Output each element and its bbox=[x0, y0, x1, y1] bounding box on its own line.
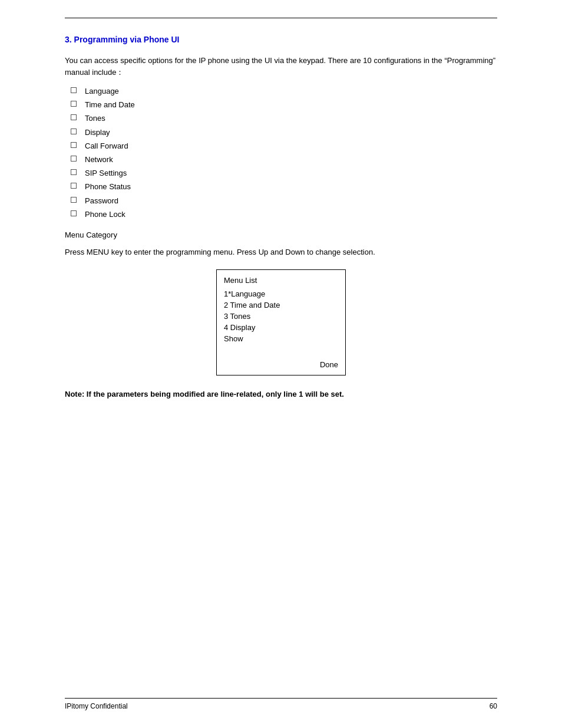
list-item: Password bbox=[71, 196, 497, 206]
menu-box-item: 4 Display bbox=[224, 323, 338, 332]
checkbox-icon bbox=[71, 114, 77, 120]
menu-box: Menu List 1*Language2 Time and Date3 Ton… bbox=[216, 269, 346, 375]
list-item-label: Time and Date bbox=[85, 100, 135, 110]
list-item: Time and Date bbox=[71, 100, 497, 110]
checkbox-icon bbox=[71, 156, 77, 162]
menu-box-done: Done bbox=[320, 360, 338, 369]
checkbox-icon bbox=[71, 210, 77, 216]
menu-box-items: 1*Language2 Time and Date3 Tones4 Displa… bbox=[224, 289, 338, 343]
list-item-label: Password bbox=[85, 196, 118, 206]
menu-box-item: Show bbox=[224, 334, 338, 343]
footer-left: IPitomy Confidential bbox=[65, 702, 128, 710]
menu-category-heading: Menu Category bbox=[65, 230, 497, 239]
menu-box-wrapper: Menu List 1*Language2 Time and Date3 Ton… bbox=[65, 269, 497, 375]
list-item: Tones bbox=[71, 113, 497, 124]
menu-box-item: 2 Time and Date bbox=[224, 301, 338, 309]
checkbox-icon bbox=[71, 87, 77, 93]
list-item-label: SIP Settings bbox=[85, 168, 127, 179]
top-divider bbox=[65, 18, 497, 18]
bottom-divider bbox=[65, 698, 497, 699]
menu-box-item: 3 Tones bbox=[224, 312, 338, 321]
list-item-label: Display bbox=[85, 127, 110, 138]
list-item-label: Phone Status bbox=[85, 182, 131, 192]
checkbox-icon bbox=[71, 183, 77, 189]
list-item-label: Phone Lock bbox=[85, 209, 125, 220]
note-text: Note: If the parameters being modified a… bbox=[65, 390, 497, 398]
checkbox-icon bbox=[71, 197, 77, 203]
list-item-label: Network bbox=[85, 154, 113, 165]
list-item-label: Language bbox=[85, 86, 119, 97]
menu-box-title: Menu List bbox=[224, 276, 338, 285]
footer: IPitomy Confidential 60 bbox=[65, 702, 497, 710]
list-item-label: Tones bbox=[85, 113, 105, 124]
section-heading: 3. Programming via Phone UI bbox=[65, 35, 497, 44]
footer-right: 60 bbox=[490, 702, 497, 710]
list-item: Phone Status bbox=[71, 182, 497, 192]
checkbox-icon bbox=[71, 169, 77, 175]
list-items: LanguageTime and DateTonesDisplayCall Fo… bbox=[71, 86, 497, 220]
list-item: SIP Settings bbox=[71, 168, 497, 179]
list-item: Display bbox=[71, 127, 497, 138]
list-item-label: Call Forward bbox=[85, 141, 128, 151]
menu-description: Press MENU key to enter the programming … bbox=[65, 248, 497, 256]
list-item: Network bbox=[71, 154, 497, 165]
menu-box-item: 1*Language bbox=[224, 289, 338, 298]
list-item: Call Forward bbox=[71, 141, 497, 151]
list-item: Language bbox=[71, 86, 497, 97]
intro-text: You can access specific options for the … bbox=[65, 55, 497, 78]
page-container: 3. Programming via Phone UI You can acce… bbox=[0, 0, 562, 728]
checkbox-icon bbox=[71, 101, 77, 107]
checkbox-icon bbox=[71, 129, 77, 134]
list-item: Phone Lock bbox=[71, 209, 497, 220]
checkbox-icon bbox=[71, 142, 77, 148]
